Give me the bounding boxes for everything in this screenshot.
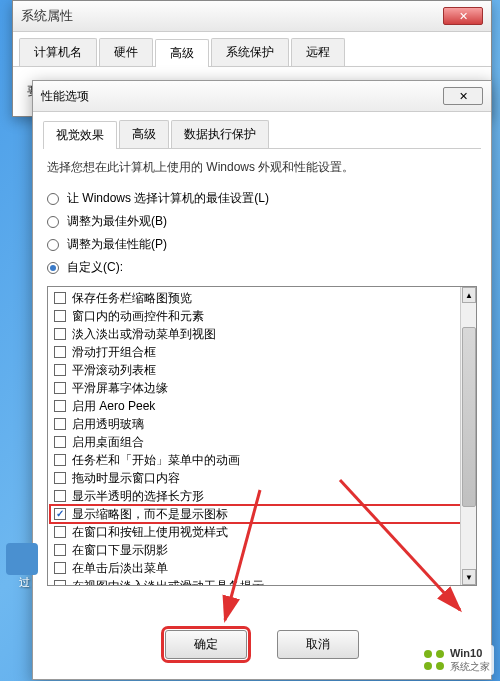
checkbox-label: 在单击后淡出菜单 [72, 560, 168, 576]
radio-best-performance[interactable]: 调整为最佳性能(P) [47, 236, 477, 253]
shortcut-label: 过 [6, 575, 42, 590]
radio-icon [47, 262, 59, 274]
checkbox-label: 显示缩略图，而不是显示图标 [72, 506, 228, 522]
close-icon: ✕ [459, 10, 468, 23]
desktop-shortcut[interactable]: 过 [6, 543, 42, 591]
checkbox-row[interactable]: 启用 Aero Peek [50, 397, 474, 415]
checkbox-icon [54, 436, 66, 448]
checkbox-label: 保存任务栏缩略图预览 [72, 290, 192, 306]
tab-visual-effects[interactable]: 视觉效果 [43, 121, 117, 149]
scroll-down-icon[interactable]: ▼ [462, 569, 476, 585]
checkbox-row[interactable]: 保存任务栏缩略图预览 [50, 289, 474, 307]
checkbox-label: 窗口内的动画控件和元素 [72, 308, 204, 324]
checkbox-row[interactable]: 启用桌面组合 [50, 433, 474, 451]
radio-label: 调整为最佳外观(B) [67, 213, 167, 230]
cancel-button[interactable]: 取消 [277, 630, 359, 659]
checkbox-icon [54, 490, 66, 502]
checkbox-row[interactable]: 任务栏和「开始」菜单中的动画 [50, 451, 474, 469]
checkbox-label: 在窗口和按钮上使用视觉样式 [72, 524, 228, 540]
checkbox-icon [54, 310, 66, 322]
checkbox-label: 平滑屏幕字体边缘 [72, 380, 168, 396]
checkbox-icon [54, 580, 66, 586]
checkbox-label: 启用 Aero Peek [72, 398, 155, 414]
svg-point-2 [424, 650, 432, 658]
checkbox-label: 淡入淡出或滑动菜单到视图 [72, 326, 216, 342]
checkbox-label: 滑动打开组合框 [72, 344, 156, 360]
checkbox-row[interactable]: 在单击后淡出菜单 [50, 559, 474, 577]
watermark-text: Win10 系统之家 [450, 647, 490, 673]
nested-close-button[interactable]: ✕ [443, 87, 483, 105]
tab-dep[interactable]: 数据执行保护 [171, 120, 269, 148]
checkbox-row[interactable]: 窗口内的动画控件和元素 [50, 307, 474, 325]
checkbox-row[interactable]: 滑动打开组合框 [50, 343, 474, 361]
checkbox-label: 启用桌面组合 [72, 434, 144, 450]
scroll-up-icon[interactable]: ▲ [462, 287, 476, 303]
svg-point-5 [436, 662, 444, 670]
checkbox-label: 拖动时显示窗口内容 [72, 470, 180, 486]
checkbox-icon [54, 508, 66, 520]
checkbox-icon [54, 418, 66, 430]
svg-point-4 [424, 662, 432, 670]
nested-body: 视觉效果 高级 数据执行保护 选择您想在此计算机上使用的 Windows 外观和… [33, 112, 491, 594]
watermark-logo-icon [422, 648, 446, 672]
radio-best-appearance[interactable]: 调整为最佳外观(B) [47, 213, 477, 230]
radio-icon [47, 239, 59, 251]
radio-label: 让 Windows 选择计算机的最佳设置(L) [67, 190, 269, 207]
checkbox-icon [54, 562, 66, 574]
checkbox-icon [54, 454, 66, 466]
scrollbar[interactable]: ▲ ▼ [460, 287, 476, 585]
watermark-line2: 系统之家 [450, 660, 490, 673]
nested-dialog-title: 性能选项 [41, 88, 89, 105]
radio-windows-choose[interactable]: 让 Windows 选择计算机的最佳设置(L) [47, 190, 477, 207]
ok-button[interactable]: 确定 [165, 630, 247, 659]
checkbox-row[interactable]: 平滑屏幕字体边缘 [50, 379, 474, 397]
performance-options-dialog: 性能选项 ✕ 视觉效果 高级 数据执行保护 选择您想在此计算机上使用的 Wind… [32, 80, 492, 680]
checkbox-row[interactable]: 淡入淡出或滑动菜单到视图 [50, 325, 474, 343]
tab-hardware[interactable]: 硬件 [99, 38, 153, 66]
checkbox-icon [54, 346, 66, 358]
inner-tab-bar: 视觉效果 高级 数据执行保护 [43, 120, 481, 149]
radio-custom[interactable]: 自定义(C): [47, 259, 477, 276]
checkbox-icon [54, 364, 66, 376]
tab-advanced[interactable]: 高级 [155, 39, 209, 67]
checkbox-row[interactable]: 启用透明玻璃 [50, 415, 474, 433]
checkbox-row[interactable]: 在视图中淡入淡出或滑动工具条提示 [50, 577, 474, 586]
radio-icon [47, 216, 59, 228]
checkbox-row[interactable]: 平滑滚动列表框 [50, 361, 474, 379]
checkbox-row[interactable]: 在窗口下显示阴影 [50, 541, 474, 559]
shortcut-icon [6, 543, 38, 575]
radio-group: 让 Windows 选择计算机的最佳设置(L) 调整为最佳外观(B) 调整为最佳… [47, 190, 477, 276]
titlebar: 系统属性 ✕ [13, 1, 491, 32]
tab-computer-name[interactable]: 计算机名 [19, 38, 97, 66]
watermark: Win10 系统之家 [418, 645, 494, 675]
checkbox-label: 显示半透明的选择长方形 [72, 488, 204, 504]
dialog-title: 系统属性 [21, 7, 73, 25]
checkbox-label: 启用透明玻璃 [72, 416, 144, 432]
scrollbar-thumb[interactable] [462, 327, 476, 507]
checkbox-icon [54, 328, 66, 340]
checkbox-icon [54, 526, 66, 538]
main-tab-bar: 计算机名 硬件 高级 系统保护 远程 [13, 32, 491, 67]
tab-advanced-inner[interactable]: 高级 [119, 120, 169, 148]
checkbox-label: 任务栏和「开始」菜单中的动画 [72, 452, 240, 468]
description-text: 选择您想在此计算机上使用的 Windows 外观和性能设置。 [47, 159, 477, 176]
checkbox-icon [54, 382, 66, 394]
checkbox-row[interactable]: 显示半透明的选择长方形 [50, 487, 474, 505]
close-button[interactable]: ✕ [443, 7, 483, 25]
checkbox-icon [54, 400, 66, 412]
close-icon: ✕ [459, 90, 468, 103]
svg-point-3 [436, 650, 444, 658]
radio-label: 自定义(C): [67, 259, 123, 276]
checkbox-row[interactable]: 拖动时显示窗口内容 [50, 469, 474, 487]
watermark-line1: Win10 [450, 647, 490, 660]
checkbox-icon [54, 472, 66, 484]
nested-titlebar: 性能选项 ✕ [33, 81, 491, 112]
checkbox-row[interactable]: 在窗口和按钮上使用视觉样式 [50, 523, 474, 541]
checkbox-icon [54, 292, 66, 304]
checkbox-label: 在窗口下显示阴影 [72, 542, 168, 558]
tab-remote[interactable]: 远程 [291, 38, 345, 66]
tab-system-protection[interactable]: 系统保护 [211, 38, 289, 66]
checkbox-row[interactable]: 显示缩略图，而不是显示图标 [50, 505, 474, 523]
radio-icon [47, 193, 59, 205]
checkbox-label: 平滑滚动列表框 [72, 362, 156, 378]
